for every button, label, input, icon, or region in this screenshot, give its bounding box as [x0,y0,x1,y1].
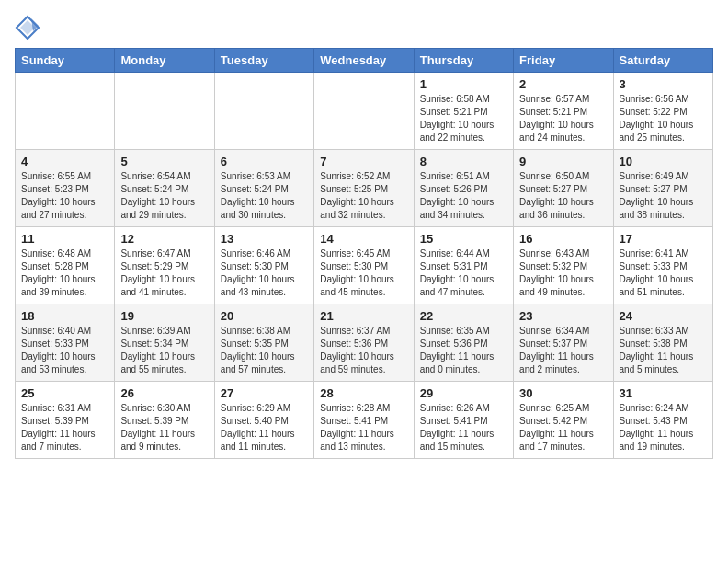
day-info: Sunrise: 6:41 AMSunset: 5:33 PMDaylight:… [620,247,707,299]
calendar-cell: 13Sunrise: 6:46 AMSunset: 5:30 PMDayligh… [214,227,313,304]
calendar-cell: 30Sunrise: 6:25 AMSunset: 5:42 PMDayligh… [514,382,613,459]
calendar-cell [214,73,313,150]
calendar-cell: 6Sunrise: 6:53 AMSunset: 5:24 PMDaylight… [214,150,313,227]
day-info: Sunrise: 6:52 AMSunset: 5:25 PMDaylight:… [320,170,407,222]
calendar-cell: 22Sunrise: 6:35 AMSunset: 5:36 PMDayligh… [414,304,513,382]
calendar-cell: 21Sunrise: 6:37 AMSunset: 5:36 PMDayligh… [314,304,414,382]
day-info: Sunrise: 6:43 AMSunset: 5:32 PMDaylight:… [519,247,607,299]
day-number: 18 [21,309,108,323]
calendar-cell: 9Sunrise: 6:50 AMSunset: 5:27 PMDaylight… [514,150,613,227]
calendar-cell: 8Sunrise: 6:51 AMSunset: 5:26 PMDaylight… [414,150,513,227]
day-info: Sunrise: 6:47 AMSunset: 5:29 PMDaylight:… [120,247,208,299]
day-number: 22 [420,309,507,323]
day-number: 17 [620,232,707,246]
calendar-cell: 16Sunrise: 6:43 AMSunset: 5:32 PMDayligh… [514,227,613,304]
day-info: Sunrise: 6:54 AMSunset: 5:24 PMDaylight:… [120,170,208,222]
day-number: 2 [519,77,607,91]
calendar-cell: 17Sunrise: 6:41 AMSunset: 5:33 PMDayligh… [613,227,712,304]
day-info: Sunrise: 6:51 AMSunset: 5:26 PMDaylight:… [420,170,507,222]
day-number: 29 [420,386,507,400]
logo-icon [15,15,40,40]
calendar-cell [314,73,414,150]
day-info: Sunrise: 6:55 AMSunset: 5:23 PMDaylight:… [21,170,108,222]
day-number: 6 [221,155,308,168]
day-info: Sunrise: 6:25 AMSunset: 5:42 PMDaylight:… [519,402,607,454]
day-number: 8 [420,155,507,168]
calendar-cell: 29Sunrise: 6:26 AMSunset: 5:41 PMDayligh… [414,382,513,459]
day-number: 16 [519,232,607,246]
day-info: Sunrise: 6:53 AMSunset: 5:24 PMDaylight:… [221,170,308,222]
calendar-cell: 7Sunrise: 6:52 AMSunset: 5:25 PMDaylight… [314,150,414,227]
header [15,15,713,40]
day-number: 28 [320,386,407,400]
calendar-week-row: 18Sunrise: 6:40 AMSunset: 5:33 PMDayligh… [16,304,713,382]
calendar-cell: 27Sunrise: 6:29 AMSunset: 5:40 PMDayligh… [214,382,313,459]
day-info: Sunrise: 6:39 AMSunset: 5:34 PMDaylight:… [120,325,208,376]
day-number: 21 [320,309,407,323]
day-of-week-header: Thursday [414,49,513,73]
calendar: SundayMondayTuesdayWednesdayThursdayFrid… [15,48,713,459]
day-info: Sunrise: 6:58 AMSunset: 5:21 PMDaylight:… [420,93,507,144]
calendar-cell: 3Sunrise: 6:56 AMSunset: 5:22 PMDaylight… [613,73,712,150]
day-info: Sunrise: 6:44 AMSunset: 5:31 PMDaylight:… [420,247,507,299]
calendar-cell: 18Sunrise: 6:40 AMSunset: 5:33 PMDayligh… [16,304,115,382]
day-number: 4 [21,155,108,168]
day-number: 5 [120,155,208,168]
calendar-cell: 26Sunrise: 6:30 AMSunset: 5:39 PMDayligh… [115,382,214,459]
day-info: Sunrise: 6:31 AMSunset: 5:39 PMDaylight:… [21,402,108,454]
calendar-cell: 10Sunrise: 6:49 AMSunset: 5:27 PMDayligh… [613,150,712,227]
day-number: 14 [320,232,407,246]
calendar-cell: 28Sunrise: 6:28 AMSunset: 5:41 PMDayligh… [314,382,414,459]
day-info: Sunrise: 6:46 AMSunset: 5:30 PMDaylight:… [221,247,308,299]
calendar-cell: 25Sunrise: 6:31 AMSunset: 5:39 PMDayligh… [16,382,115,459]
day-info: Sunrise: 6:45 AMSunset: 5:30 PMDaylight:… [320,247,407,299]
day-number: 30 [519,386,607,400]
day-info: Sunrise: 6:37 AMSunset: 5:36 PMDaylight:… [320,325,407,376]
day-info: Sunrise: 6:56 AMSunset: 5:22 PMDaylight:… [620,93,707,144]
calendar-week-row: 1Sunrise: 6:58 AMSunset: 5:21 PMDaylight… [16,73,713,150]
day-number: 13 [221,232,308,246]
calendar-cell: 4Sunrise: 6:55 AMSunset: 5:23 PMDaylight… [16,150,115,227]
calendar-header-row: SundayMondayTuesdayWednesdayThursdayFrid… [16,49,713,73]
day-number: 1 [420,77,507,91]
day-info: Sunrise: 6:28 AMSunset: 5:41 PMDaylight:… [320,402,407,454]
day-number: 25 [21,386,108,400]
day-info: Sunrise: 6:29 AMSunset: 5:40 PMDaylight:… [221,402,308,454]
calendar-cell: 15Sunrise: 6:44 AMSunset: 5:31 PMDayligh… [414,227,513,304]
calendar-cell: 2Sunrise: 6:57 AMSunset: 5:21 PMDaylight… [514,73,613,150]
day-of-week-header: Friday [514,49,613,73]
day-number: 9 [519,155,607,168]
calendar-cell: 19Sunrise: 6:39 AMSunset: 5:34 PMDayligh… [115,304,214,382]
day-of-week-header: Wednesday [314,49,414,73]
calendar-cell: 5Sunrise: 6:54 AMSunset: 5:24 PMDaylight… [115,150,214,227]
day-number: 24 [620,309,707,323]
day-number: 31 [620,386,707,400]
day-info: Sunrise: 6:49 AMSunset: 5:27 PMDaylight:… [620,170,707,222]
day-number: 20 [221,309,308,323]
logo [15,15,44,40]
day-info: Sunrise: 6:50 AMSunset: 5:27 PMDaylight:… [519,170,607,222]
day-info: Sunrise: 6:48 AMSunset: 5:28 PMDaylight:… [21,247,108,299]
calendar-week-row: 4Sunrise: 6:55 AMSunset: 5:23 PMDaylight… [16,150,713,227]
day-of-week-header: Tuesday [214,49,313,73]
day-info: Sunrise: 6:30 AMSunset: 5:39 PMDaylight:… [120,402,208,454]
day-of-week-header: Sunday [16,49,115,73]
day-of-week-header: Saturday [613,49,712,73]
day-info: Sunrise: 6:40 AMSunset: 5:33 PMDaylight:… [21,325,108,376]
calendar-cell: 12Sunrise: 6:47 AMSunset: 5:29 PMDayligh… [115,227,214,304]
day-info: Sunrise: 6:34 AMSunset: 5:37 PMDaylight:… [519,325,607,376]
calendar-cell: 11Sunrise: 6:48 AMSunset: 5:28 PMDayligh… [16,227,115,304]
calendar-week-row: 25Sunrise: 6:31 AMSunset: 5:39 PMDayligh… [16,382,713,459]
day-number: 11 [21,232,108,246]
calendar-cell [115,73,214,150]
calendar-week-row: 11Sunrise: 6:48 AMSunset: 5:28 PMDayligh… [16,227,713,304]
day-number: 27 [221,386,308,400]
calendar-cell [16,73,115,150]
day-number: 3 [620,77,707,91]
day-number: 10 [620,155,707,168]
calendar-cell: 31Sunrise: 6:24 AMSunset: 5:43 PMDayligh… [613,382,712,459]
day-info: Sunrise: 6:24 AMSunset: 5:43 PMDaylight:… [620,402,707,454]
day-info: Sunrise: 6:35 AMSunset: 5:36 PMDaylight:… [420,325,507,376]
calendar-cell: 1Sunrise: 6:58 AMSunset: 5:21 PMDaylight… [414,73,513,150]
calendar-cell: 20Sunrise: 6:38 AMSunset: 5:35 PMDayligh… [214,304,313,382]
